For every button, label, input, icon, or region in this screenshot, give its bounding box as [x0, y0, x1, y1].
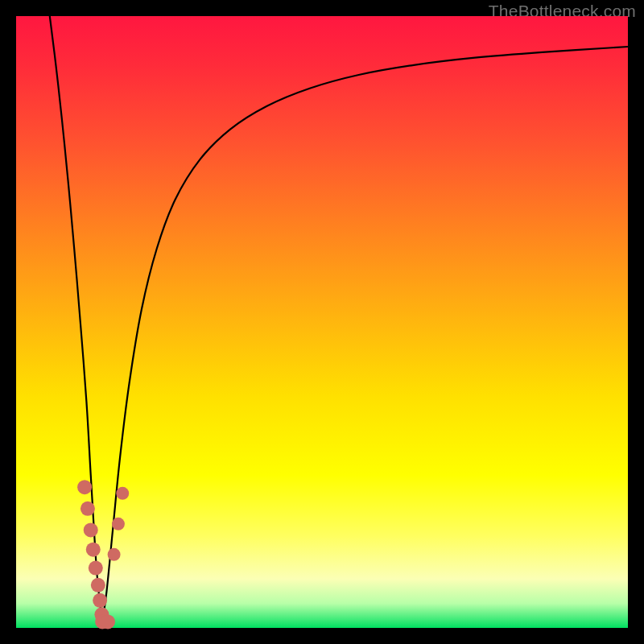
bead-icon — [84, 522, 98, 537]
bead-group — [77, 480, 129, 629]
curves-svg — [16, 16, 628, 628]
bead-icon — [112, 518, 125, 530]
chart-frame: TheBottleneck.com — [0, 0, 644, 644]
bead-icon — [108, 548, 121, 561]
curve-right-ascent — [102, 47, 628, 621]
bead-icon — [91, 578, 105, 592]
bead-icon — [93, 593, 107, 608]
bead-icon — [89, 561, 103, 576]
bead-icon — [80, 502, 95, 516]
bead-icon — [86, 543, 101, 557]
bead-icon — [101, 614, 115, 629]
bead-icon — [77, 480, 92, 494]
bead-icon — [116, 487, 129, 500]
plot-area — [16, 16, 628, 628]
